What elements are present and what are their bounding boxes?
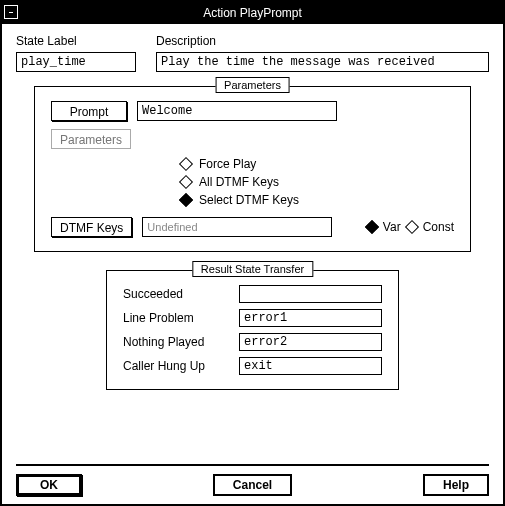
- help-button[interactable]: Help: [423, 474, 489, 496]
- select-dtmf-label: Select DTMF Keys: [199, 193, 299, 207]
- nothing-played-label: Nothing Played: [123, 335, 233, 349]
- state-label-input[interactable]: play_time: [16, 52, 136, 72]
- caller-hung-up-input[interactable]: exit: [239, 357, 382, 375]
- state-label-caption: State Label: [16, 34, 136, 48]
- cancel-button[interactable]: Cancel: [213, 474, 292, 496]
- description-input[interactable]: Play the time the message was received: [156, 52, 489, 72]
- diamond-filled-icon: [179, 193, 193, 207]
- parameters-group: Parameters Prompt Welcome Parameters For…: [34, 86, 471, 252]
- const-label: Const: [423, 220, 454, 234]
- diamond-filled-icon[interactable]: [365, 220, 379, 234]
- line-problem-input[interactable]: error1: [239, 309, 382, 327]
- var-label: Var: [383, 220, 401, 234]
- system-menu-icon[interactable]: [4, 5, 18, 19]
- button-bar: OK Cancel Help: [2, 464, 503, 496]
- dtmf-keys-button[interactable]: DTMF Keys: [51, 217, 132, 237]
- titlebar: Action PlayPrompt: [2, 2, 503, 24]
- dtmf-keys-input[interactable]: Undefined: [142, 217, 332, 237]
- all-dtmf-option[interactable]: All DTMF Keys: [181, 175, 454, 189]
- parameters-legend: Parameters: [215, 77, 290, 93]
- select-dtmf-option[interactable]: Select DTMF Keys: [181, 193, 454, 207]
- ok-button[interactable]: OK: [16, 474, 82, 496]
- force-play-label: Force Play: [199, 157, 256, 171]
- prompt-input[interactable]: Welcome: [137, 101, 337, 121]
- result-state-group: Result State Transfer Succeeded Line Pro…: [106, 270, 399, 390]
- dialog-window: Action PlayPrompt State Label play_time …: [0, 0, 505, 506]
- diamond-icon: [179, 175, 193, 189]
- all-dtmf-label: All DTMF Keys: [199, 175, 279, 189]
- result-state-legend: Result State Transfer: [192, 261, 313, 277]
- force-play-option[interactable]: Force Play: [181, 157, 454, 171]
- parameters-button[interactable]: Parameters: [51, 129, 131, 149]
- line-problem-label: Line Problem: [123, 311, 233, 325]
- nothing-played-input[interactable]: error2: [239, 333, 382, 351]
- diamond-icon: [179, 157, 193, 171]
- succeeded-label: Succeeded: [123, 287, 233, 301]
- succeeded-input[interactable]: [239, 285, 382, 303]
- prompt-button[interactable]: Prompt: [51, 101, 127, 121]
- caller-hung-up-label: Caller Hung Up: [123, 359, 233, 373]
- window-title: Action PlayPrompt: [203, 6, 302, 20]
- description-caption: Description: [156, 34, 489, 48]
- diamond-icon[interactable]: [405, 220, 419, 234]
